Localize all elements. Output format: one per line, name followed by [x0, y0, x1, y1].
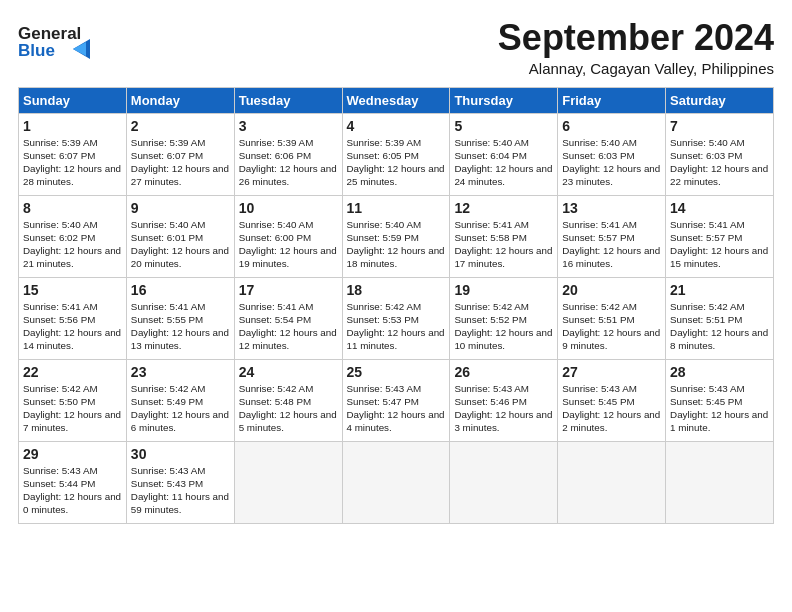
day-number: 28	[670, 364, 769, 380]
table-row: 11Sunrise: 5:40 AMSunset: 5:59 PMDayligh…	[342, 195, 450, 277]
table-row: 15Sunrise: 5:41 AMSunset: 5:56 PMDayligh…	[19, 277, 127, 359]
table-row: 13Sunrise: 5:41 AMSunset: 5:57 PMDayligh…	[558, 195, 666, 277]
table-row: 7Sunrise: 5:40 AMSunset: 6:03 PMDaylight…	[666, 113, 774, 195]
day-info: Sunrise: 5:43 AMSunset: 5:45 PMDaylight:…	[670, 382, 769, 435]
day-info: Sunrise: 5:40 AMSunset: 6:02 PMDaylight:…	[23, 218, 122, 271]
day-info: Sunrise: 5:40 AMSunset: 6:04 PMDaylight:…	[454, 136, 553, 189]
day-number: 10	[239, 200, 338, 216]
month-title: September 2024	[498, 18, 774, 58]
svg-marker-3	[73, 42, 86, 56]
day-number: 30	[131, 446, 230, 462]
table-row	[342, 441, 450, 523]
day-number: 11	[347, 200, 446, 216]
day-info: Sunrise: 5:41 AMSunset: 5:57 PMDaylight:…	[670, 218, 769, 271]
day-info: Sunrise: 5:41 AMSunset: 5:55 PMDaylight:…	[131, 300, 230, 353]
table-row: 14Sunrise: 5:41 AMSunset: 5:57 PMDayligh…	[666, 195, 774, 277]
day-number: 12	[454, 200, 553, 216]
day-info: Sunrise: 5:43 AMSunset: 5:45 PMDaylight:…	[562, 382, 661, 435]
day-number: 4	[347, 118, 446, 134]
calendar-week-row: 15Sunrise: 5:41 AMSunset: 5:56 PMDayligh…	[19, 277, 774, 359]
day-number: 21	[670, 282, 769, 298]
col-sunday: Sunday	[19, 87, 127, 113]
calendar-table: Sunday Monday Tuesday Wednesday Thursday…	[18, 87, 774, 524]
day-number: 3	[239, 118, 338, 134]
table-row: 1Sunrise: 5:39 AMSunset: 6:07 PMDaylight…	[19, 113, 127, 195]
table-row: 29Sunrise: 5:43 AMSunset: 5:44 PMDayligh…	[19, 441, 127, 523]
day-info: Sunrise: 5:41 AMSunset: 5:56 PMDaylight:…	[23, 300, 122, 353]
table-row: 3Sunrise: 5:39 AMSunset: 6:06 PMDaylight…	[234, 113, 342, 195]
table-row: 6Sunrise: 5:40 AMSunset: 6:03 PMDaylight…	[558, 113, 666, 195]
calendar-week-row: 29Sunrise: 5:43 AMSunset: 5:44 PMDayligh…	[19, 441, 774, 523]
table-row: 24Sunrise: 5:42 AMSunset: 5:48 PMDayligh…	[234, 359, 342, 441]
day-number: 1	[23, 118, 122, 134]
col-thursday: Thursday	[450, 87, 558, 113]
logo-icon: General Blue	[18, 21, 98, 63]
day-info: Sunrise: 5:43 AMSunset: 5:46 PMDaylight:…	[454, 382, 553, 435]
day-info: Sunrise: 5:41 AMSunset: 5:58 PMDaylight:…	[454, 218, 553, 271]
day-number: 22	[23, 364, 122, 380]
location-title: Alannay, Cagayan Valley, Philippines	[498, 60, 774, 77]
page: General Blue September 2024 Alannay, Cag…	[0, 0, 792, 612]
col-saturday: Saturday	[666, 87, 774, 113]
logo: General Blue	[18, 18, 102, 63]
table-row	[558, 441, 666, 523]
table-row: 26Sunrise: 5:43 AMSunset: 5:46 PMDayligh…	[450, 359, 558, 441]
day-info: Sunrise: 5:42 AMSunset: 5:50 PMDaylight:…	[23, 382, 122, 435]
table-row: 4Sunrise: 5:39 AMSunset: 6:05 PMDaylight…	[342, 113, 450, 195]
day-info: Sunrise: 5:40 AMSunset: 6:03 PMDaylight:…	[562, 136, 661, 189]
table-row: 9Sunrise: 5:40 AMSunset: 6:01 PMDaylight…	[126, 195, 234, 277]
table-row: 12Sunrise: 5:41 AMSunset: 5:58 PMDayligh…	[450, 195, 558, 277]
table-row: 27Sunrise: 5:43 AMSunset: 5:45 PMDayligh…	[558, 359, 666, 441]
day-info: Sunrise: 5:42 AMSunset: 5:53 PMDaylight:…	[347, 300, 446, 353]
day-number: 2	[131, 118, 230, 134]
calendar-header-row: Sunday Monday Tuesday Wednesday Thursday…	[19, 87, 774, 113]
col-monday: Monday	[126, 87, 234, 113]
day-number: 8	[23, 200, 122, 216]
table-row: 19Sunrise: 5:42 AMSunset: 5:52 PMDayligh…	[450, 277, 558, 359]
day-number: 13	[562, 200, 661, 216]
table-row	[666, 441, 774, 523]
table-row: 21Sunrise: 5:42 AMSunset: 5:51 PMDayligh…	[666, 277, 774, 359]
table-row: 10Sunrise: 5:40 AMSunset: 6:00 PMDayligh…	[234, 195, 342, 277]
day-info: Sunrise: 5:42 AMSunset: 5:48 PMDaylight:…	[239, 382, 338, 435]
table-row: 23Sunrise: 5:42 AMSunset: 5:49 PMDayligh…	[126, 359, 234, 441]
day-info: Sunrise: 5:42 AMSunset: 5:52 PMDaylight:…	[454, 300, 553, 353]
table-row: 28Sunrise: 5:43 AMSunset: 5:45 PMDayligh…	[666, 359, 774, 441]
day-number: 20	[562, 282, 661, 298]
day-number: 26	[454, 364, 553, 380]
day-info: Sunrise: 5:39 AMSunset: 6:06 PMDaylight:…	[239, 136, 338, 189]
table-row: 8Sunrise: 5:40 AMSunset: 6:02 PMDaylight…	[19, 195, 127, 277]
day-info: Sunrise: 5:40 AMSunset: 6:03 PMDaylight:…	[670, 136, 769, 189]
day-info: Sunrise: 5:41 AMSunset: 5:57 PMDaylight:…	[562, 218, 661, 271]
table-row: 25Sunrise: 5:43 AMSunset: 5:47 PMDayligh…	[342, 359, 450, 441]
day-number: 5	[454, 118, 553, 134]
title-block: September 2024 Alannay, Cagayan Valley, …	[498, 18, 774, 77]
day-info: Sunrise: 5:40 AMSunset: 5:59 PMDaylight:…	[347, 218, 446, 271]
table-row: 17Sunrise: 5:41 AMSunset: 5:54 PMDayligh…	[234, 277, 342, 359]
day-number: 6	[562, 118, 661, 134]
table-row: 18Sunrise: 5:42 AMSunset: 5:53 PMDayligh…	[342, 277, 450, 359]
col-wednesday: Wednesday	[342, 87, 450, 113]
table-row	[234, 441, 342, 523]
calendar-week-row: 22Sunrise: 5:42 AMSunset: 5:50 PMDayligh…	[19, 359, 774, 441]
day-info: Sunrise: 5:41 AMSunset: 5:54 PMDaylight:…	[239, 300, 338, 353]
day-info: Sunrise: 5:43 AMSunset: 5:47 PMDaylight:…	[347, 382, 446, 435]
day-number: 27	[562, 364, 661, 380]
day-number: 25	[347, 364, 446, 380]
day-number: 18	[347, 282, 446, 298]
day-info: Sunrise: 5:39 AMSunset: 6:07 PMDaylight:…	[23, 136, 122, 189]
day-number: 23	[131, 364, 230, 380]
table-row: 2Sunrise: 5:39 AMSunset: 6:07 PMDaylight…	[126, 113, 234, 195]
col-tuesday: Tuesday	[234, 87, 342, 113]
day-number: 15	[23, 282, 122, 298]
day-number: 29	[23, 446, 122, 462]
calendar-week-row: 8Sunrise: 5:40 AMSunset: 6:02 PMDaylight…	[19, 195, 774, 277]
col-friday: Friday	[558, 87, 666, 113]
day-number: 24	[239, 364, 338, 380]
table-row: 16Sunrise: 5:41 AMSunset: 5:55 PMDayligh…	[126, 277, 234, 359]
day-info: Sunrise: 5:43 AMSunset: 5:43 PMDaylight:…	[131, 464, 230, 517]
day-number: 7	[670, 118, 769, 134]
header: General Blue September 2024 Alannay, Cag…	[18, 18, 774, 77]
day-info: Sunrise: 5:40 AMSunset: 6:01 PMDaylight:…	[131, 218, 230, 271]
day-number: 16	[131, 282, 230, 298]
